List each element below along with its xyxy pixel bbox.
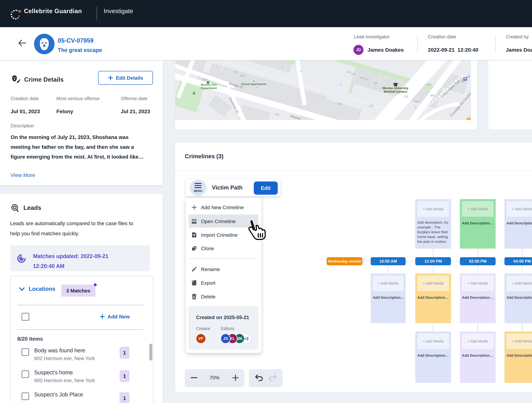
svg-text:141: 141 [275,113,279,116]
svg-text:112: 112 [364,78,368,81]
svg-text:618: 618 [203,78,207,81]
svg-text:130: 130 [404,95,408,98]
svg-text:Boston University: Boston University [383,86,408,90]
svg-text:115: 115 [369,104,374,107]
svg-text:Department: Department [201,87,217,90]
svg-text:Girard Apartments: Girard Apartments [241,83,266,86]
svg-text:469: 469 [430,94,434,97]
svg-text:443: 443 [427,83,431,86]
svg-text:Boston Fire: Boston Fire [201,83,217,86]
svg-text:106: 106 [351,72,356,75]
svg-text:120: 120 [337,102,342,105]
svg-text:600: 600 [240,74,245,77]
svg-text:104: 104 [347,71,351,73]
svg-text:116: 116 [374,82,378,84]
svg-text:110: 110 [360,76,364,79]
svg-text:Medical Campus: Medical Campus [384,90,407,93]
svg-text:134: 134 [414,100,418,103]
svg-text:50: 50 [234,71,236,73]
